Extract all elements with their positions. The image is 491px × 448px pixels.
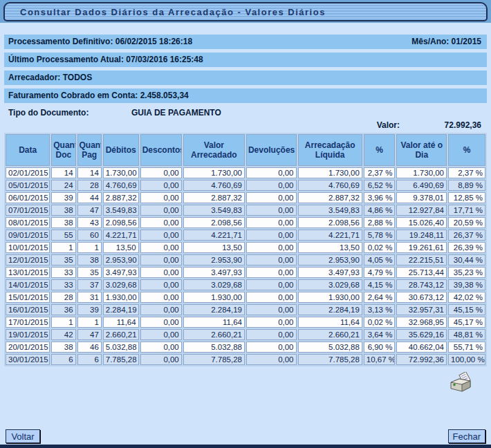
value-cell: 2.660,21	[103, 329, 139, 340]
value-cell: 0,00	[140, 292, 182, 303]
value-cell: 1.930,00	[298, 292, 362, 303]
value-cell: 0,00	[246, 354, 297, 365]
value-cell: 2.660,21	[298, 329, 362, 340]
tipo-documento-value: GUIA DE PAGAMENTO	[131, 107, 221, 118]
value-cell: 33	[51, 279, 75, 290]
value-cell: 2.098,56	[183, 217, 245, 228]
column-header: %	[448, 134, 485, 166]
value-cell: 7.785,28	[183, 354, 245, 365]
value-cell: 5,78 %	[364, 230, 396, 241]
value-cell: 2.098,56	[298, 217, 362, 228]
table-row: 19/01/201542472.660,210,002.660,210,002.…	[6, 329, 485, 340]
value-cell: 100,00 %	[448, 354, 485, 365]
value-cell: 10,67 %	[364, 354, 396, 365]
column-header: Quant Pag	[77, 134, 102, 166]
value-cell: 3.549,83	[103, 205, 139, 216]
value-cell: 3,96 %	[364, 192, 396, 203]
value-cell: 1	[77, 317, 102, 328]
value-cell: 2.887,32	[103, 192, 139, 203]
printer-icon[interactable]	[448, 372, 473, 394]
date-cell: 17/01/2015	[6, 317, 50, 328]
value-cell: 1.930,00	[183, 292, 245, 303]
value-cell: 0,00	[246, 279, 297, 290]
value-cell: 2,37 %	[364, 167, 396, 178]
date-cell: 08/01/2015	[6, 217, 50, 228]
date-cell: 16/01/2015	[6, 304, 50, 315]
value-cell: 0,00	[140, 192, 182, 203]
value-cell: 0,02 %	[364, 242, 396, 253]
value-cell: 13,50	[298, 242, 362, 253]
value-cell: 55,71 %	[448, 342, 485, 353]
value-cell: 0,00	[246, 217, 297, 228]
value-cell: 6	[51, 354, 75, 365]
table-row: 10/01/20151113,500,0013,500,0013,500,02 …	[6, 242, 485, 253]
column-header: Valor até o Dia	[396, 134, 447, 166]
value-cell: 42,02 %	[448, 292, 485, 303]
value-cell: 60	[77, 230, 102, 241]
value-cell: 9.378,01	[396, 192, 447, 203]
value-cell: 3.549,83	[298, 205, 362, 216]
value-cell: 0,00	[246, 205, 297, 216]
value-cell: 25.713,44	[396, 267, 447, 278]
value-cell: 0,00	[246, 230, 297, 241]
value-cell: 14	[51, 167, 75, 178]
value-cell: 32.968,95	[396, 317, 447, 328]
value-cell: 11,64	[103, 317, 139, 328]
value-cell: 36	[51, 304, 75, 315]
table-row: 15/01/201528311.930,000,001.930,000,001.…	[6, 292, 485, 303]
value-cell: 1.730,00	[183, 167, 245, 178]
value-cell: 3.029,68	[103, 279, 139, 290]
value-cell: 1.730,00	[103, 167, 139, 178]
value-cell: 0,00	[246, 267, 297, 278]
date-cell: 06/01/2015	[6, 192, 50, 203]
voltar-button[interactable]: Voltar	[6, 429, 40, 443]
table-header: DataQuant DocQuant PagDébitosDescontosVa…	[6, 134, 485, 166]
value-cell: 2,37 %	[448, 167, 485, 178]
value-cell: 28	[77, 180, 102, 191]
value-cell: 0,00	[140, 267, 182, 278]
value-cell: 72.992,36	[396, 354, 447, 365]
value-cell: 39	[77, 304, 102, 315]
print-row	[4, 366, 487, 394]
tipo-documento-row: Tipo do Documento: GUIA DE PAGAMENTO	[4, 107, 487, 118]
value-cell: 11,64	[298, 317, 362, 328]
faturamento-text: Faturamento Cobrado em Conta: 2.458.053,…	[8, 88, 189, 103]
value-cell: 7.785,28	[298, 354, 362, 365]
arrecadador-text: Arrecadador: TODOS	[8, 71, 92, 85]
value-cell: 0,00	[246, 192, 297, 203]
value-cell: 4,05 %	[364, 254, 396, 265]
table-row: 13/01/201533353.497,930,003.497,930,003.…	[6, 267, 485, 278]
value-cell: 1.730,00	[298, 167, 362, 178]
value-cell: 2.887,32	[183, 192, 245, 203]
value-cell: 0,00	[246, 304, 297, 315]
mes-ano-text: Mês/Ano: 01/2015	[411, 35, 481, 49]
date-cell: 15/01/2015	[6, 292, 50, 303]
value-cell: 0,00	[246, 167, 297, 178]
date-cell: 05/01/2015	[6, 180, 50, 191]
value-cell: 0,00	[246, 292, 297, 303]
date-cell: 20/01/2015	[6, 342, 50, 353]
value-cell: 37	[77, 279, 102, 290]
value-cell: 0,00	[140, 317, 182, 328]
column-header: Descontos	[140, 134, 182, 166]
table-row: 12/01/201535382.953,900,002.953,900,002.…	[6, 254, 485, 265]
column-header: Arrecadação Líquida	[298, 134, 362, 166]
table-row: 05/01/201524284.760,690,004.760,690,004.…	[6, 180, 485, 191]
value-cell: 2.953,90	[298, 254, 362, 265]
value-cell: 38	[51, 205, 75, 216]
value-cell: 0,02 %	[364, 317, 396, 328]
value-cell: 0,00	[246, 342, 297, 353]
value-cell: 2,88 %	[364, 217, 396, 228]
date-cell: 19/01/2015	[6, 329, 50, 340]
fechar-button[interactable]: Fechar	[448, 429, 485, 443]
value-cell: 32.957,31	[396, 304, 447, 315]
value-cell: 1	[77, 242, 102, 253]
value-cell: 3.497,93	[298, 267, 362, 278]
value-cell: 19.248,11	[396, 230, 447, 241]
table-header-row: DataQuant DocQuant PagDébitosDescontosVa…	[6, 134, 485, 166]
valor-value: 72.992,36	[400, 120, 481, 131]
valor-label: Valor:	[377, 120, 400, 131]
value-cell: 6,52 %	[364, 180, 396, 191]
value-cell: 45,17 %	[448, 317, 485, 328]
value-cell: 39	[51, 192, 75, 203]
